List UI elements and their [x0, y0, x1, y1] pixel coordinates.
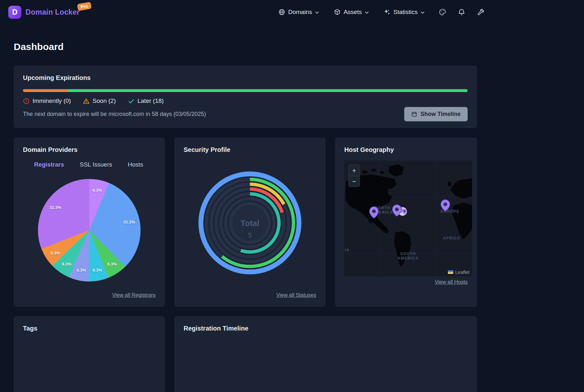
world-map-svg: NORTH AMERICA EUROPE AFRICA SOUTH AMERIC…	[344, 160, 472, 276]
providers-tabs: Registrars SSL Issuers Hosts	[23, 161, 156, 168]
pie-slice-label: 6.3%	[107, 261, 117, 266]
legend-soon: Soon (2)	[83, 97, 116, 104]
progress-segment	[68, 89, 468, 92]
nav-statistics[interactable]: Statistics	[383, 9, 425, 16]
tab-ssl-issuers[interactable]: SSL Issuers	[80, 161, 112, 168]
wrench-icon	[477, 8, 485, 16]
map-zoom-in-button[interactable]: +	[349, 165, 360, 176]
legend-imminently-label: Imminently (0)	[33, 97, 71, 104]
legend-imminently: Imminently (0)	[23, 97, 71, 104]
pie-slice-label: 6.3%	[62, 262, 71, 267]
tab-registrars[interactable]: Registrars	[34, 161, 64, 168]
security-title: Security Profile	[184, 146, 316, 153]
calendar-icon	[411, 111, 417, 117]
chevron-down-icon	[420, 11, 425, 14]
dashboard-cards-row: Domain Providers Registrars SSL Issuers …	[14, 138, 477, 307]
pro-badge: Pro	[77, 2, 92, 11]
sparkles-icon	[383, 9, 391, 16]
registrars-pie-chart[interactable]: 6.3%31.3%6.3%6.3%6.3%6.3%6.3%31.3%	[38, 179, 141, 282]
chevron-down-icon	[315, 11, 319, 14]
pie-slice-label: 6.3%	[92, 188, 102, 192]
nav-assets[interactable]: Assets	[334, 9, 369, 16]
providers-title: Domain Providers	[23, 146, 156, 153]
view-all-hosts-link[interactable]: View all Hosts	[435, 279, 468, 285]
nav-assets-label: Assets	[344, 9, 362, 16]
bell-icon	[458, 8, 465, 16]
show-timeline-button[interactable]: Show Timeline	[404, 107, 468, 121]
expiration-progress-bar	[23, 89, 468, 92]
alert-circle-icon	[23, 98, 30, 104]
page-title: Dashboard	[14, 41, 477, 52]
pie-slice-label: 6.3%	[77, 268, 86, 273]
security-rings-chart[interactable]: Total 5	[195, 168, 304, 277]
geography-title: Host Geography	[344, 146, 468, 153]
nav-icon-buttons	[439, 8, 485, 16]
palette-icon	[439, 8, 446, 16]
legend-later-label: Later (18)	[137, 97, 164, 104]
rings-center-label: Total	[240, 218, 259, 227]
rings-center-value: 5	[248, 231, 252, 239]
legend-soon-label: Soon (2)	[92, 97, 116, 104]
nav-statistics-label: Statistics	[393, 9, 418, 16]
theme-palette-button[interactable]	[439, 8, 446, 16]
top-navbar: D Domain Locker Pro Domains Assets	[0, 0, 584, 24]
dashboard-page: Dashboard Upcoming Expirations Imminentl…	[14, 41, 477, 392]
warning-triangle-icon	[83, 98, 90, 104]
pie-slice-label: 6.3%	[93, 267, 102, 272]
brand-name: Domain Locker	[26, 8, 80, 16]
notifications-bell-button[interactable]	[458, 8, 465, 16]
bottom-cards-row: Tags Registration Timeline	[14, 316, 477, 392]
legend-later: Later (18)	[128, 97, 164, 104]
security-profile-card: Security Profile Total 5 View all Status…	[174, 138, 325, 307]
brand[interactable]: D Domain Locker Pro	[8, 6, 80, 19]
svg-text:AMERICA: AMERICA	[398, 256, 419, 260]
cube-icon	[334, 9, 341, 16]
world-map[interactable]: NORTH AMERICA EUROPE AFRICA SOUTH AMERIC…	[344, 160, 472, 276]
view-all-registrars-link[interactable]: View all Registrars	[112, 292, 156, 298]
expirations-title: Upcoming Expirations	[23, 74, 468, 82]
map-zoom-controls: + −	[348, 165, 360, 187]
tags-title: Tags	[23, 325, 156, 332]
svg-text:EUROPE: EUROPE	[441, 209, 459, 214]
nav-domains-label: Domains	[288, 9, 312, 16]
show-timeline-label: Show Timeline	[420, 111, 461, 118]
upcoming-expirations-card: Upcoming Expirations Imminently (0) Soon…	[14, 66, 477, 128]
pie-slice-label: 31.3%	[123, 220, 135, 225]
svg-text:AFRICA: AFRICA	[443, 236, 460, 240]
map-attribution[interactable]: Leaflet	[448, 269, 470, 275]
ukraine-flag-icon	[448, 270, 453, 274]
tags-card: Tags	[14, 316, 165, 392]
progress-segment	[23, 89, 68, 92]
settings-wrench-button[interactable]	[477, 8, 485, 16]
globe-icon	[278, 9, 285, 16]
app-logo-icon: D	[8, 6, 21, 19]
registration-timeline-title: Registration Timeline	[184, 325, 468, 332]
next-expiry-text: The next domain to expire will be micros…	[23, 111, 206, 118]
pie-slice-label: 31.3%	[49, 205, 61, 210]
nav-domains[interactable]: Domains	[278, 9, 319, 16]
logo-letter: D	[12, 8, 18, 17]
chevron-down-icon	[365, 11, 369, 14]
registration-timeline-card: Registration Timeline	[174, 316, 477, 392]
host-geography-card: Host Geography	[335, 138, 477, 307]
svg-text:SOUTH: SOUTH	[400, 252, 416, 256]
svg-text:IA: IA	[345, 248, 350, 252]
pie-slice-label: 6.3%	[51, 250, 60, 255]
domain-providers-card: Domain Providers Registrars SSL Issuers …	[14, 138, 165, 307]
check-icon	[128, 98, 135, 104]
map-zoom-out-button[interactable]: −	[349, 176, 360, 187]
tab-hosts[interactable]: Hosts	[128, 161, 143, 168]
primary-nav: Domains Assets Statistics	[278, 9, 425, 16]
expiration-legend: Imminently (0) Soon (2) Later (18)	[23, 97, 468, 104]
view-all-statuses-link[interactable]: View all Statuses	[276, 292, 316, 298]
leaflet-label: Leaflet	[455, 269, 470, 275]
